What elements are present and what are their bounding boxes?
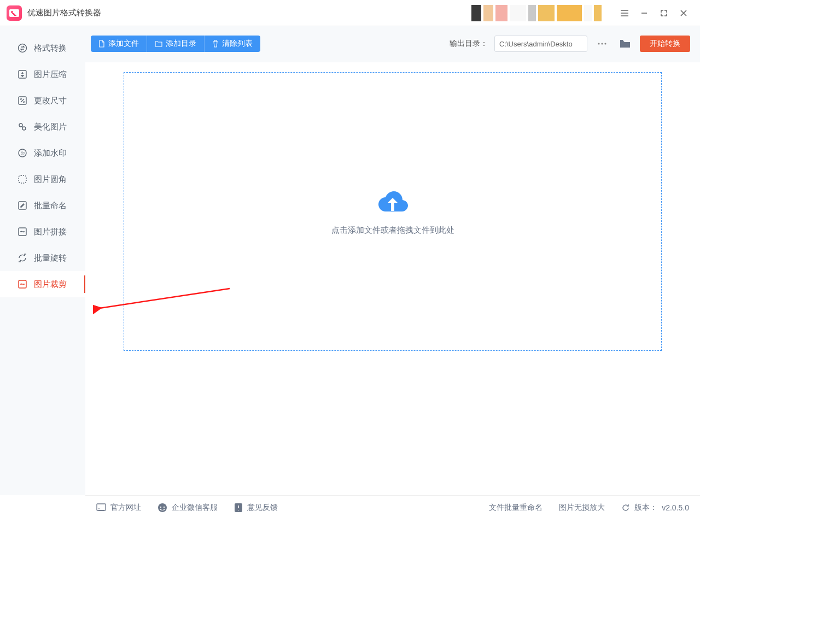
svg-point-12 xyxy=(601,43,603,44)
rename-icon xyxy=(18,201,27,210)
svg-point-0 xyxy=(19,44,27,52)
svg-text:印: 印 xyxy=(21,151,25,155)
stitch-icon xyxy=(18,227,27,237)
footer-label: 文件批量重命名 xyxy=(489,503,542,513)
sidebar-item-label: 美化图片 xyxy=(34,122,67,132)
add-file-button[interactable]: 添加文件 xyxy=(91,36,147,52)
sidebar: 格式转换 图片压缩 更改尺寸 美化图片 印 添加水印 图片圆角 批量命名 图片拼 xyxy=(0,26,85,495)
app-logo-icon xyxy=(7,5,22,21)
svg-rect-10 xyxy=(19,280,26,288)
footer-version[interactable]: 版本： v2.0.5.0 xyxy=(621,503,689,513)
sidebar-item-label: 更改尺寸 xyxy=(34,96,67,106)
footer-feedback[interactable]: 意见反馈 xyxy=(234,503,278,513)
svg-point-16 xyxy=(160,506,161,507)
trash-icon xyxy=(212,40,219,48)
minimize-button[interactable] xyxy=(634,3,654,23)
compress-icon xyxy=(18,69,27,79)
dropzone[interactable]: 点击添加文件或者拖拽文件到此处 xyxy=(124,72,662,351)
footer-label: 图片无损放大 xyxy=(559,503,605,513)
hamburger-icon xyxy=(620,8,629,18)
svg-point-17 xyxy=(164,506,165,507)
add-file-label: 添加文件 xyxy=(108,39,139,49)
sidebar-item-label: 添加水印 xyxy=(34,148,67,158)
output-dir-input[interactable] xyxy=(494,36,587,52)
svg-point-13 xyxy=(604,43,606,44)
sidebar-item-stitch[interactable]: 图片拼接 xyxy=(0,219,85,245)
beautify-icon xyxy=(18,122,27,132)
website-icon xyxy=(96,503,106,512)
toolbar-button-group: 添加文件 添加目录 清除列表 xyxy=(91,36,260,52)
version-label: 版本： xyxy=(634,503,657,513)
rotate-icon xyxy=(18,253,27,263)
folder-icon xyxy=(155,40,162,47)
main-panel: 添加文件 添加目录 清除列表 输出目录： 开始转换 xyxy=(85,26,700,495)
round-corner-icon xyxy=(18,174,27,184)
sidebar-item-label: 图片拼接 xyxy=(34,227,67,237)
svg-rect-14 xyxy=(97,504,106,510)
ellipsis-icon xyxy=(597,43,607,45)
minimize-icon xyxy=(640,9,649,17)
sidebar-item-label: 格式转换 xyxy=(34,43,67,54)
output-dir-label: 输出目录： xyxy=(450,39,488,49)
sidebar-item-beautify[interactable]: 美化图片 xyxy=(0,114,85,140)
file-icon xyxy=(98,40,105,48)
titlebar: 优速图片格式转换器 xyxy=(0,0,700,26)
svg-rect-8 xyxy=(19,202,26,209)
footer-batch-rename[interactable]: 文件批量重命名 xyxy=(489,503,542,513)
sidebar-item-rotate[interactable]: 批量旋转 xyxy=(0,245,85,271)
feedback-icon xyxy=(234,503,243,513)
refresh-icon xyxy=(621,503,630,512)
swap-icon xyxy=(18,43,27,53)
clear-list-label: 清除列表 xyxy=(222,39,253,49)
sidebar-item-label: 图片裁剪 xyxy=(34,279,67,290)
sidebar-item-label: 批量命名 xyxy=(34,201,67,211)
crop-icon xyxy=(18,279,27,289)
folder-open-icon xyxy=(620,39,631,48)
sidebar-item-label: 图片圆角 xyxy=(34,174,67,185)
add-folder-label: 添加目录 xyxy=(166,39,196,49)
sidebar-item-rename[interactable]: 批量命名 xyxy=(0,192,85,219)
clear-list-button[interactable]: 清除列表 xyxy=(205,36,260,52)
chat-icon xyxy=(158,503,167,513)
svg-point-11 xyxy=(598,43,599,44)
footer-wechat-support[interactable]: 企业微信客服 xyxy=(158,503,218,513)
svg-rect-7 xyxy=(19,175,26,183)
content-area: 点击添加文件或者拖拽文件到此处 xyxy=(85,62,700,495)
sidebar-item-resize[interactable]: 更改尺寸 xyxy=(0,87,85,114)
sidebar-item-round-corner[interactable]: 图片圆角 xyxy=(0,166,85,192)
version-value: v2.0.5.0 xyxy=(662,503,689,512)
footer: 官方网址 企业微信客服 意见反馈 文件批量重命名 图片无损放大 版本： v2.0… xyxy=(85,495,700,519)
sidebar-item-compress[interactable]: 图片压缩 xyxy=(0,61,85,87)
sidebar-item-format-convert[interactable]: 格式转换 xyxy=(0,35,85,61)
sidebar-item-crop[interactable]: 图片裁剪 xyxy=(0,271,85,297)
footer-official-site[interactable]: 官方网址 xyxy=(96,503,141,513)
start-convert-button[interactable]: 开始转换 xyxy=(640,36,690,52)
close-icon xyxy=(679,9,688,17)
app-title: 优速图片格式转换器 xyxy=(27,8,101,18)
menu-button[interactable] xyxy=(615,3,634,23)
footer-label: 官方网址 xyxy=(110,503,141,513)
browse-folder-button[interactable] xyxy=(617,36,633,52)
maximize-icon xyxy=(660,9,668,17)
sidebar-item-label: 批量旋转 xyxy=(34,253,67,263)
footer-label: 企业微信客服 xyxy=(172,503,218,513)
account-area-redacted xyxy=(471,5,602,21)
cloud-upload-icon xyxy=(375,188,410,215)
watermark-icon: 印 xyxy=(18,148,27,158)
footer-lossless-zoom[interactable]: 图片无损放大 xyxy=(559,503,605,513)
maximize-button[interactable] xyxy=(654,3,674,23)
close-button[interactable] xyxy=(674,3,693,23)
more-options-button[interactable] xyxy=(594,36,610,52)
sidebar-item-watermark[interactable]: 印 添加水印 xyxy=(0,140,85,166)
svg-rect-9 xyxy=(19,228,26,236)
start-button-label: 开始转换 xyxy=(650,39,680,49)
svg-point-15 xyxy=(158,503,167,512)
sidebar-item-label: 图片压缩 xyxy=(34,69,67,80)
resize-icon xyxy=(18,96,27,105)
add-folder-button[interactable]: 添加目录 xyxy=(147,36,205,52)
dropzone-text: 点击添加文件或者拖拽文件到此处 xyxy=(331,225,454,236)
footer-label: 意见反馈 xyxy=(247,503,278,513)
toolbar: 添加文件 添加目录 清除列表 输出目录： 开始转换 xyxy=(91,31,695,57)
